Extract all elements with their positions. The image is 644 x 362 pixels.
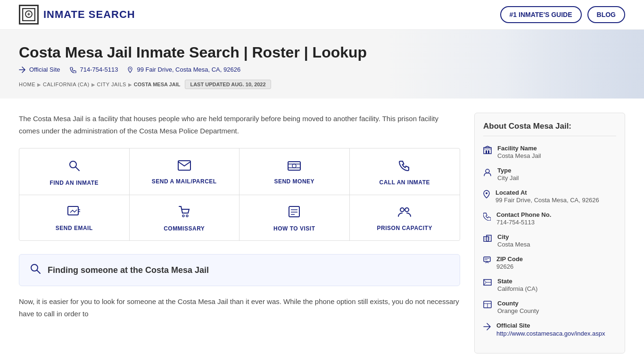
svg-line-6 xyxy=(76,167,80,171)
finding-icon xyxy=(30,263,41,277)
county-icon xyxy=(483,301,492,311)
svg-point-15 xyxy=(182,215,184,217)
action-commissary[interactable]: COMMISSARY xyxy=(130,195,240,240)
action-how-to-visit[interactable]: HOW TO VISIT xyxy=(239,195,350,240)
info-county: County Orange County xyxy=(483,300,616,314)
commissary-icon xyxy=(178,206,190,221)
sidebar-title: About Costa Mesa Jail: xyxy=(483,122,616,136)
action-find-inmate[interactable]: FIND AN INMATE xyxy=(19,148,130,195)
type-value: City Jail xyxy=(497,174,519,181)
logo-icon xyxy=(19,5,39,25)
description-text: The Costa Mesa Jail is a facility that h… xyxy=(19,113,460,137)
svg-point-4 xyxy=(130,68,131,69)
action-call-inmate[interactable]: CALL AN INMATE xyxy=(350,148,460,195)
state-label: State xyxy=(497,278,537,285)
header: INMATE SEARCH #1 INMATE'S GUIDE BLOG xyxy=(0,0,644,30)
send-money-label: SEND MONEY xyxy=(274,178,314,185)
zip-label: ZIP Code xyxy=(496,255,523,263)
svg-rect-37 xyxy=(484,257,490,262)
header-nav: #1 INMATE'S GUIDE BLOG xyxy=(500,6,625,23)
phone-meta: 714-754-5113 xyxy=(70,66,118,73)
official-site-link[interactable]: http://www.costamesaca.gov/index.aspx xyxy=(496,330,605,337)
state-icon xyxy=(483,279,492,288)
how-to-visit-icon xyxy=(288,206,300,221)
send-email-label: SEND EMAIL xyxy=(56,225,93,231)
location-value: 99 Fair Drive, Costa Mesa, CA, 92626 xyxy=(495,197,599,204)
action-send-email[interactable]: SEND EMAIL xyxy=(19,195,130,240)
county-label: County xyxy=(497,300,539,307)
action-send-money[interactable]: SEND MONEY xyxy=(239,148,350,195)
guide-button[interactable]: #1 INMATE'S GUIDE xyxy=(500,6,582,23)
logo-link[interactable]: INMATE SEARCH xyxy=(19,5,135,25)
svg-rect-25 xyxy=(484,148,491,154)
svg-line-24 xyxy=(37,271,41,274)
sidebar: About Costa Mesa Jail: Facility Name Cos… xyxy=(474,113,625,354)
info-type: Type City Jail xyxy=(483,167,616,181)
logo-text: INMATE SEARCH xyxy=(43,8,135,21)
call-inmate-icon xyxy=(398,159,411,174)
action-send-mail[interactable]: SEND A MAIL/PARCEL xyxy=(130,148,240,195)
zip-icon xyxy=(483,256,491,266)
phone-label: Contact Phone No. xyxy=(496,211,551,218)
svg-point-30 xyxy=(486,192,487,194)
info-city: City Costa Mesa xyxy=(483,233,616,248)
send-money-icon xyxy=(288,160,301,173)
location-icon xyxy=(483,190,490,201)
svg-rect-26 xyxy=(486,150,487,154)
type-label: Type xyxy=(497,167,519,174)
info-zip: ZIP Code 92626 xyxy=(483,255,616,270)
find-inmate-icon xyxy=(67,159,81,175)
official-site-link[interactable]: Official Site xyxy=(19,66,60,73)
facility-name-value: Costa Mesa Jail xyxy=(497,152,541,159)
action-prison-capacity[interactable]: PRISON CAPACITY xyxy=(350,195,460,240)
breadcrumb-ca[interactable]: CALIFORNIA (CA) xyxy=(43,82,90,87)
svg-point-16 xyxy=(186,215,188,217)
state-value: California (CA) xyxy=(497,285,537,292)
finding-section: Finding someone at the Costa Mesa Jail xyxy=(19,254,460,286)
info-official-site: Official Site http://www.costamesaca.gov… xyxy=(483,322,616,337)
svg-rect-17 xyxy=(289,206,299,217)
official-site-icon xyxy=(483,323,491,333)
breadcrumb-city-jails[interactable]: CITY JAILS xyxy=(97,82,126,87)
prison-capacity-label: PRISON CAPACITY xyxy=(377,225,432,231)
info-facility-name: Facility Name Costa Mesa Jail xyxy=(483,145,616,159)
county-value: Orange County xyxy=(497,307,539,314)
sidebar-box: About Costa Mesa Jail: Facility Name Cos… xyxy=(474,113,625,354)
svg-point-9 xyxy=(292,164,296,168)
breadcrumb-current: COSTA MESA JAIL xyxy=(134,82,181,87)
phone-value: 714-754-5113 xyxy=(496,219,551,226)
svg-rect-8 xyxy=(288,162,300,170)
info-location: Located At 99 Fair Drive, Costa Mesa, CA… xyxy=(483,189,616,204)
hero-section: Costa Mesa Jail Inmate Search | Roster |… xyxy=(0,30,644,99)
facility-name-label: Facility Name xyxy=(497,145,541,152)
how-to-visit-label: HOW TO VISIT xyxy=(273,225,315,232)
svg-rect-32 xyxy=(487,235,491,241)
info-phone: Contact Phone No. 714-754-5113 xyxy=(483,211,616,226)
main-layout: The Costa Mesa Jail is a facility that h… xyxy=(0,99,644,362)
action-grid: FIND AN INMATE SEND A MAIL/PARCEL SEND M… xyxy=(19,148,460,241)
main-content: The Costa Mesa Jail is a facility that h… xyxy=(19,113,460,354)
breadcrumb: HOME ▶ CALIFORNIA (CA) ▶ CITY JAILS ▶ CO… xyxy=(19,82,180,87)
city-label: City xyxy=(497,233,530,240)
commissary-label: COMMISSARY xyxy=(164,225,205,232)
facility-name-icon xyxy=(483,146,492,156)
svg-point-21 xyxy=(400,208,404,212)
zip-value: 92626 xyxy=(496,263,523,270)
finding-title: Finding someone at the Costa Mesa Jail xyxy=(48,265,209,275)
send-mail-icon xyxy=(178,160,191,173)
last-updated-badge: LAST UPDATED AUG. 10, 2022 xyxy=(185,80,271,89)
phone-value: 714-754-5113 xyxy=(80,66,118,73)
city-value: Costa Mesa xyxy=(497,241,530,248)
city-icon xyxy=(483,234,492,244)
send-email-icon xyxy=(67,206,81,220)
call-inmate-label: CALL AN INMATE xyxy=(380,179,430,186)
body-text: Now, it is easier for you to look for so… xyxy=(19,296,460,320)
blog-button[interactable]: BLOG xyxy=(587,6,625,23)
svg-rect-27 xyxy=(488,150,489,154)
official-site-label: Official Site xyxy=(29,66,60,73)
location-label: Located At xyxy=(495,189,599,196)
official-site-label: Official Site xyxy=(496,322,605,329)
breadcrumb-home[interactable]: HOME xyxy=(19,82,35,87)
address-value: 99 Fair Drive, Costa Mesa, CA, 92626 xyxy=(137,66,240,73)
address-meta: 99 Fair Drive, Costa Mesa, CA, 92626 xyxy=(127,66,240,73)
